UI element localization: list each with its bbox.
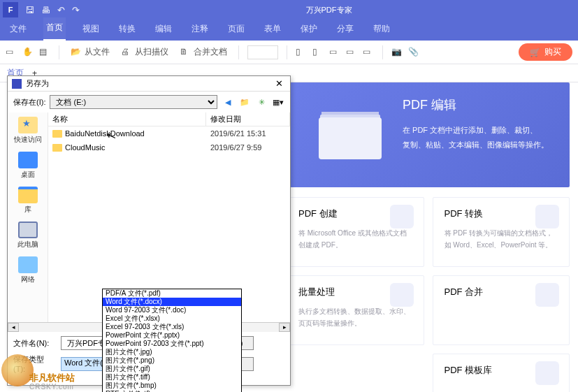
merge-label: 合并文档 bbox=[194, 46, 227, 58]
file-row[interactable]: BaiduNetdiskDownload2019/6/21 15:31 bbox=[48, 126, 290, 140]
menu-edit[interactable]: 编辑 bbox=[152, 19, 175, 41]
menu-home[interactable]: 首页 bbox=[43, 17, 66, 41]
col-date[interactable]: 修改日期 bbox=[206, 112, 290, 126]
new-folder-icon[interactable]: ✳ bbox=[255, 96, 268, 108]
from-scanner-label: 从扫描仪 bbox=[135, 46, 168, 58]
filetype-option[interactable]: 图片文件(*.png) bbox=[103, 356, 241, 365]
template-icon bbox=[535, 361, 559, 385]
folder-icon bbox=[52, 144, 62, 152]
redo-icon[interactable]: ↷ bbox=[72, 5, 80, 15]
separator bbox=[287, 45, 287, 59]
separator bbox=[59, 45, 59, 59]
layout-icon-5[interactable]: ▭ bbox=[363, 47, 374, 58]
filetype-option[interactable]: Excel 97-2003 文件(*.xls) bbox=[103, 323, 241, 331]
menu-comment[interactable]: 注释 bbox=[189, 19, 211, 41]
card-pdf-merge[interactable]: PDF 合并 bbox=[433, 275, 570, 345]
snapshot-icon[interactable]: 📷 bbox=[391, 47, 403, 58]
merge-icon: 🗎 bbox=[180, 47, 191, 58]
scroll-left-button[interactable]: ◂ bbox=[8, 323, 19, 332]
sidebar-libraries[interactable]: 库 bbox=[18, 187, 38, 215]
filetype-option[interactable]: PowerPoint 97-2003 文件(*.ppt) bbox=[103, 340, 241, 348]
create-icon bbox=[390, 205, 414, 228]
buy-label: 购买 bbox=[544, 46, 561, 58]
undo-icon[interactable]: ↶ bbox=[57, 5, 65, 15]
layout-icon-4[interactable]: ▭ bbox=[346, 47, 357, 58]
filetype-option[interactable]: PDF/A 文件(*.pdf) bbox=[103, 289, 241, 298]
convert-icon bbox=[535, 205, 559, 228]
filetype-option[interactable]: 图片文件(*.tiff) bbox=[103, 373, 241, 382]
dialog-title: 另存为 bbox=[26, 78, 49, 89]
menu-form[interactable]: 表单 bbox=[261, 19, 284, 41]
col-name[interactable]: 名称 bbox=[48, 112, 206, 126]
card-batch[interactable]: 批量处理 执行多文档转换、数据提取、水印、页页码等批量操作。 bbox=[287, 275, 424, 345]
buy-button[interactable]: 🛒购买 bbox=[519, 43, 572, 61]
save-in-select[interactable]: 文档 (E:) bbox=[50, 95, 217, 109]
sidebar-network[interactable]: 网络 bbox=[18, 256, 38, 284]
filetype-option[interactable]: 图片文件(*.jpg) bbox=[103, 348, 241, 356]
menu-help[interactable]: 帮助 bbox=[370, 19, 393, 41]
banner-pdf-edit[interactable]: PDF 编辑 在 PDF 文档中进行添加、删除、裁切、复制、粘贴、文本编辑、图像… bbox=[287, 82, 570, 187]
edit-tool-icon[interactable]: ▤ bbox=[39, 47, 50, 58]
app-logo: F bbox=[3, 2, 18, 17]
card-pdf-create[interactable]: PDF 创建 将 Microsoft Office 或其他格式文档创建成 PDF… bbox=[287, 197, 424, 267]
sidebar-quick-access[interactable]: 快速访问 bbox=[14, 117, 42, 145]
dialog-icon bbox=[12, 79, 22, 89]
hand-tool-icon[interactable]: ✋ bbox=[22, 47, 34, 58]
filetype-option[interactable]: 图片文件(*.bmp) bbox=[103, 382, 241, 390]
filetype-dropdown[interactable]: PDF/A 文件(*.pdf)Word 文件(*.docx)Word 97-20… bbox=[102, 289, 242, 392]
dialog-titlebar: 另存为 ✕ bbox=[8, 76, 290, 92]
banner-line2: 复制、粘贴、文本编辑、图像编辑等操作。 bbox=[403, 140, 549, 149]
card-desc: 将 Microsoft Office 或其他格式文档创建成 PDF。 bbox=[298, 227, 412, 251]
attachment-icon[interactable]: 📎 bbox=[408, 47, 419, 58]
up-icon[interactable]: 📁 bbox=[238, 96, 251, 108]
card-pdf-convert[interactable]: PDF 转换 将 PDF 转换为可编辑的文档格式，如 Word、Excel、Po… bbox=[433, 197, 570, 267]
zoom-select[interactable] bbox=[247, 45, 278, 59]
save-icon[interactable]: 🖫 bbox=[25, 5, 34, 15]
sidebar-this-pc[interactable]: 此电脑 bbox=[17, 222, 38, 249]
print-icon[interactable]: 🖶 bbox=[41, 5, 50, 15]
filetype-option[interactable]: 图片文件(*.gif) bbox=[103, 365, 241, 373]
folder-icon bbox=[52, 130, 62, 138]
menu-convert[interactable]: 转换 bbox=[116, 19, 138, 41]
banner-line1: 在 PDF 文档中进行添加、删除、裁切、 bbox=[403, 126, 537, 134]
card-desc: 将 PDF 转换为可编辑的文档格式，如 Word、Excel、PowerPoin… bbox=[445, 227, 558, 251]
layout-icon-2[interactable]: ▯ bbox=[312, 47, 324, 58]
scanner-icon: 🖨 bbox=[121, 47, 132, 58]
from-scanner-button[interactable]: 🖨从扫描仪 bbox=[118, 44, 171, 60]
filetype-option[interactable]: Word 97-2003 文件(*.doc) bbox=[103, 306, 241, 314]
toolbar: ▭ ✋ ▤ 📂从文件 🖨从扫描仪 🗎合并文档 ▯ ▯ ▭ ▭ ▭ 📷 📎 🛒购买 bbox=[0, 41, 578, 64]
titlebar: F 🖫 🖶 ↶ ↷ 万兴PDF专家 bbox=[0, 0, 578, 20]
save-in-label: 保存在(I): bbox=[13, 97, 45, 108]
separator bbox=[238, 45, 239, 59]
main-menu: 文件 首页 视图 转换 编辑 注释 页面 表单 保护 分享 帮助 bbox=[0, 20, 578, 41]
batch-icon bbox=[390, 283, 414, 307]
menu-share[interactable]: 分享 bbox=[334, 19, 356, 41]
layout-icon-3[interactable]: ▭ bbox=[329, 47, 340, 58]
filetype-option[interactable]: Excel 文件(*.xlsx) bbox=[103, 314, 241, 323]
sidebar-desktop[interactable]: 桌面 bbox=[18, 152, 38, 180]
window-title: 万兴PDF专家 bbox=[80, 5, 578, 15]
close-button[interactable]: ✕ bbox=[273, 78, 286, 89]
layout-icon-1[interactable]: ▯ bbox=[296, 47, 307, 58]
from-file-label: 从文件 bbox=[85, 46, 110, 58]
select-tool-icon[interactable]: ▭ bbox=[6, 47, 17, 58]
merge-button[interactable]: 🗎合并文档 bbox=[177, 44, 230, 60]
filetype-option[interactable]: Word 文件(*.docx) bbox=[103, 298, 241, 306]
filename-label: 文件名(N): bbox=[13, 338, 55, 349]
banner-title: PDF 编辑 bbox=[403, 96, 549, 113]
view-menu-icon[interactable]: ▦▾ bbox=[272, 96, 284, 108]
from-file-button[interactable]: 📂从文件 bbox=[68, 44, 113, 60]
separator bbox=[382, 45, 383, 59]
menu-view[interactable]: 视图 bbox=[80, 19, 102, 41]
menu-page[interactable]: 页面 bbox=[225, 19, 247, 41]
filetype-option[interactable]: PowerPoint 文件(*.pptx) bbox=[103, 331, 241, 340]
back-icon[interactable]: ◀ bbox=[222, 96, 234, 108]
menu-file[interactable]: 文件 bbox=[7, 19, 29, 41]
merge-card-icon bbox=[535, 283, 559, 307]
scroll-right-button[interactable]: ▸ bbox=[279, 323, 290, 332]
file-row[interactable]: CloudMusic2019/6/27 9:59 bbox=[48, 140, 290, 154]
menu-protect[interactable]: 保护 bbox=[298, 19, 320, 41]
banner-illustration bbox=[305, 96, 396, 173]
card-desc: 执行多文档转换、数据提取、水印、页页码等批量操作。 bbox=[298, 305, 412, 329]
card-pdf-template[interactable]: PDF 模板库 bbox=[433, 354, 570, 392]
